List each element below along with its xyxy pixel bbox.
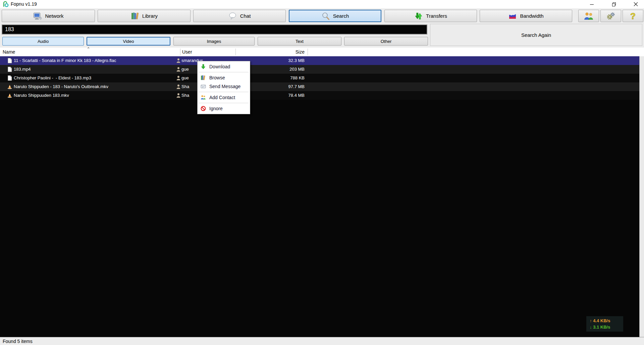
menu-separator [199,72,249,72]
help-button[interactable]: ? [623,10,643,22]
results-table-header: ^ Name User Size [0,48,644,56]
up-arrow-icon: ↑ [590,318,592,323]
toolbar-tab-search[interactable]: Search [289,10,381,22]
minimize-button[interactable] [584,0,600,8]
speed-overlay: ↑ 4.4 KB/s ↓ 3.1 KB/s [586,316,623,332]
user-icon [176,58,180,63]
svg-text:?: ? [630,12,636,20]
search-input[interactable] [2,24,427,34]
toolbar-tab-label: Bandwidth [520,13,543,19]
titlebar: Fopnu v1.19 [0,0,644,8]
result-name: Naruto Shippuden - 183 - Naruto's Outbre… [14,82,108,91]
column-divider[interactable] [180,49,180,55]
user-icon [176,67,180,72]
toolbar-tab-label: Network [45,13,63,19]
restore-button[interactable] [606,0,622,8]
menu-item-add-contact[interactable]: Add Contact [198,93,250,102]
transfer-arrows-icon [414,12,423,20]
download-speed: ↓ 3.1 KB/s [590,324,623,330]
file-type-icon [7,84,12,89]
settings-gears-icon [606,12,615,20]
column-header-name[interactable]: Name [3,48,15,56]
result-user: gue [181,65,189,74]
magnifier-icon [321,12,330,20]
help-icon: ? [629,12,637,20]
filter-images[interactable]: Images [173,37,255,46]
bandwidth-chart-icon [508,12,517,20]
filter-other[interactable]: Other [344,37,428,46]
file-type-icon [7,67,12,72]
toolbar-tab-label: Chat [240,13,251,19]
fopnu-window: Fopnu v1.19 Network [0,0,644,345]
close-icon [634,2,638,6]
column-divider[interactable] [308,49,308,55]
column-divider[interactable] [235,49,236,55]
status-text: Found 5 items [3,339,33,344]
file-type-icon [7,93,12,98]
result-name: 183.mp4 [14,65,31,74]
toolbar-tab-network[interactable]: Network [2,10,95,22]
filter-text[interactable]: Text [258,37,341,46]
browse-books-icon [201,75,206,80]
add-contact-icon [201,95,206,100]
upload-speed: ↑ 4.4 KB/s [590,318,623,324]
menu-item-download[interactable]: Download [198,62,250,71]
settings-button[interactable] [600,10,621,22]
table-row[interactable]: 11 - Scarlatti - Sonata in F minor Kk 18… [0,56,644,65]
table-row[interactable]: Naruto Shippuden - 183 - Naruto's Outbre… [0,82,644,91]
filter-video[interactable]: Video [87,37,170,46]
close-button[interactable] [628,0,643,8]
download-arrow-icon [201,64,206,69]
result-name: Christopher Paolini - - Eldest - 183.mp3 [14,74,91,82]
fopnu-logo-icon [3,1,9,9]
result-user: gue [181,74,189,82]
file-type-icon [7,58,12,63]
down-arrow-icon: ↓ [590,325,592,330]
envelope-icon [201,84,206,89]
ignore-icon [201,106,206,111]
contacts-button[interactable] [578,10,599,22]
user-icon [176,76,180,80]
menu-separator [199,103,249,103]
toolbar-tab-chat[interactable]: Chat [193,10,286,22]
menu-separator [199,92,249,92]
toolbar-tab-transfers[interactable]: Transfers [384,10,477,22]
sort-ascending-icon: ^ [88,47,89,50]
filter-audio[interactable]: Audio [2,37,84,46]
table-row[interactable]: Christopher Paolini - - Eldest - 183.mp3… [0,74,644,82]
search-again-label: Search Again [521,32,551,38]
menu-item-browse[interactable]: Browse [198,73,250,82]
vertical-scrollbar[interactable] [639,56,644,337]
menu-item-send-message[interactable]: Send Message [198,82,250,91]
minimize-icon [590,2,594,6]
computer-icon [33,12,42,20]
column-header-size[interactable]: Size [235,48,308,56]
result-name: Naruto Shippuuden 183.mkv [14,91,69,100]
toolbar-tab-label: Transfers [426,13,447,19]
result-user: Sha [181,82,189,91]
chat-bubble-icon [228,12,237,20]
context-menu: Download Browse Send Message [197,61,250,114]
result-name: 11 - Scarlatti - Sonata in F minor Kk 18… [14,56,116,65]
toolbar-tab-label: Search [333,13,349,19]
column-header-user[interactable]: User [182,48,192,56]
user-icon [176,84,180,89]
restore-icon [612,2,616,7]
menu-item-ignore[interactable]: Ignore [198,104,250,113]
file-type-icon [7,75,12,81]
search-again-button[interactable]: Search Again [430,24,642,46]
users-icon [584,12,594,20]
results-list: 11 - Scarlatti - Sonata in F minor Kk 18… [0,56,644,337]
toolbar-tab-label: Library [142,13,158,19]
toolbar-tab-library[interactable]: Library [98,10,191,22]
window-title: Fopnu v1.19 [11,0,37,8]
user-icon [176,93,180,98]
toolbar-area: Network Library Chat Searc [0,8,644,48]
result-user: Sha [181,91,189,100]
toolbar-tab-bandwidth[interactable]: Bandwidth [480,10,572,22]
table-row[interactable]: 183.mp4 gue 203 MB [0,65,644,74]
table-row[interactable]: Naruto Shippuuden 183.mkv Sha 78.4 MB [0,91,644,100]
status-bar: Found 5 items [0,337,644,345]
books-icon [130,12,139,20]
